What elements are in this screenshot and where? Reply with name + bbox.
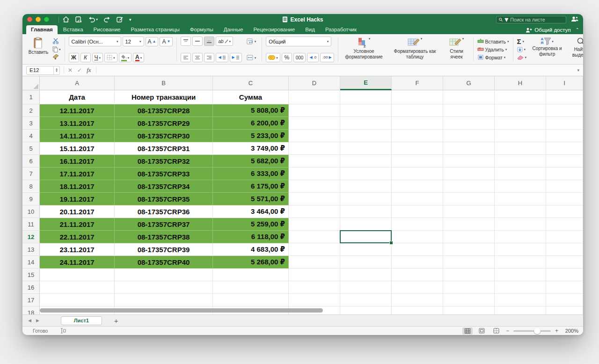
- record-macro-icon[interactable]: [60, 328, 66, 334]
- cell-E7[interactable]: [340, 167, 392, 180]
- cell-D12[interactable]: [289, 231, 340, 243]
- underline-button[interactable]: Ч▾: [92, 53, 103, 62]
- cell-A5[interactable]: 15.11.2017: [40, 142, 115, 155]
- cell-A4[interactable]: 14.11.2017: [40, 130, 115, 142]
- cell-I9[interactable]: [546, 193, 583, 205]
- horizontal-scrollbar[interactable]: [40, 308, 323, 313]
- cell-C7[interactable]: 6 333,00 ₽: [213, 167, 289, 180]
- cell-G9[interactable]: [443, 193, 495, 205]
- cell-I15[interactable]: [546, 269, 583, 281]
- cell-E16[interactable]: [340, 281, 392, 294]
- cell-D5[interactable]: [289, 142, 340, 155]
- cell-E18[interactable]: [340, 306, 392, 314]
- select-all-corner[interactable]: [22, 76, 40, 90]
- zoom-slider[interactable]: [513, 330, 551, 332]
- normal-view-button[interactable]: [462, 328, 473, 335]
- cell-F12[interactable]: [392, 231, 443, 243]
- cell-D10[interactable]: [289, 205, 340, 218]
- cut-button[interactable]: [52, 37, 61, 46]
- cell-F14[interactable]: [392, 256, 443, 269]
- cell-I2[interactable]: [546, 104, 583, 117]
- autosum-button[interactable]: Σ▾: [517, 37, 527, 45]
- cell-F15[interactable]: [392, 269, 443, 281]
- cell-E15[interactable]: [340, 269, 392, 281]
- page-layout-view-button[interactable]: [477, 328, 487, 335]
- cell-F7[interactable]: [392, 167, 443, 180]
- cell-B17[interactable]: [115, 294, 213, 306]
- cell-A13[interactable]: 23.11.2017: [40, 243, 115, 256]
- cell-G18[interactable]: [443, 306, 495, 314]
- cell-I4[interactable]: [546, 130, 583, 142]
- align-top-button[interactable]: [181, 36, 191, 46]
- cell-B14[interactable]: 08-17357CRP40: [115, 256, 213, 269]
- cell-G3[interactable]: [443, 117, 495, 130]
- thousands-format-button[interactable]: 000: [293, 53, 306, 62]
- row-header-13[interactable]: 13: [22, 243, 40, 256]
- cell-I14[interactable]: [546, 256, 583, 269]
- cell-H11[interactable]: [495, 218, 546, 231]
- cell-I17[interactable]: [546, 294, 583, 306]
- redo-button[interactable]: [104, 16, 110, 22]
- fill-color-button[interactable]: ▾: [119, 53, 132, 62]
- cell-H14[interactable]: [495, 256, 546, 269]
- cell-E1[interactable]: [340, 90, 392, 104]
- cell-G17[interactable]: [443, 294, 495, 306]
- font-color-button[interactable]: A▾: [133, 53, 144, 62]
- align-right-button[interactable]: [204, 53, 214, 62]
- column-header-G[interactable]: G: [443, 76, 495, 90]
- save-icon[interactable]: [75, 16, 82, 22]
- cell-G8[interactable]: [443, 180, 495, 193]
- cell-I7[interactable]: [546, 167, 583, 180]
- ribbon-tab-Вид[interactable]: Вид: [300, 25, 320, 34]
- align-middle-button[interactable]: [192, 36, 203, 46]
- row-header-6[interactable]: 6: [22, 155, 40, 167]
- formula-input[interactable]: [100, 65, 574, 76]
- cell-H6[interactable]: [495, 155, 546, 167]
- cell-A7[interactable]: 17.11.2017: [40, 167, 115, 180]
- cell-A12[interactable]: 22.11.2017: [40, 231, 115, 243]
- cell-H4[interactable]: [495, 130, 546, 142]
- column-header-E[interactable]: E: [340, 76, 392, 90]
- cell-G5[interactable]: [443, 142, 495, 155]
- cell-H18[interactable]: [495, 306, 546, 314]
- cell-B4[interactable]: 08-17357CRP30: [115, 130, 213, 142]
- prev-sheet-arrow-icon[interactable]: ◀: [28, 318, 31, 323]
- ribbon-tab-Вставка[interactable]: Вставка: [58, 25, 88, 34]
- cell-I8[interactable]: [546, 180, 583, 193]
- people-icon[interactable]: [571, 15, 578, 24]
- cell-H3[interactable]: [495, 117, 546, 130]
- row-header-10[interactable]: 10: [22, 205, 40, 218]
- cell-C10[interactable]: 3 464,00 ₽: [213, 205, 289, 218]
- cell-B8[interactable]: 08-17357CRP34: [115, 180, 213, 193]
- cell-G6[interactable]: [443, 155, 495, 167]
- delete-cells-button[interactable]: Удалить▾: [477, 45, 509, 53]
- cell-B9[interactable]: 08-17357CRP35: [115, 193, 213, 205]
- page-break-view-button[interactable]: [491, 328, 502, 335]
- cell-I16[interactable]: [546, 281, 583, 294]
- ribbon-tab-Данные[interactable]: Данные: [219, 25, 248, 34]
- zoom-slider-thumb[interactable]: [534, 328, 541, 334]
- cell-A8[interactable]: 18.11.2017: [40, 180, 115, 193]
- row-header-7[interactable]: 7: [22, 167, 40, 180]
- cell-E12[interactable]: [340, 231, 392, 243]
- cell-B11[interactable]: 08-17357CRP37: [115, 218, 213, 231]
- cell-I11[interactable]: [546, 218, 583, 231]
- cell-C5[interactable]: 3 749,00 ₽: [213, 142, 289, 155]
- column-header-D[interactable]: D: [289, 76, 340, 90]
- row-header-16[interactable]: 16: [22, 281, 40, 294]
- cell-E3[interactable]: [340, 117, 392, 130]
- cell-G15[interactable]: [443, 269, 495, 281]
- cell-F1[interactable]: [392, 90, 443, 104]
- cell-C6[interactable]: 5 682,00 ₽: [213, 155, 289, 167]
- cell-C11[interactable]: 5 259,00 ₽: [213, 218, 289, 231]
- row-header-2[interactable]: 2: [22, 104, 40, 117]
- borders-button[interactable]: ▾: [104, 53, 117, 62]
- cell-D11[interactable]: [289, 218, 340, 231]
- cell-C1[interactable]: Сумма: [213, 90, 289, 104]
- number-format-combo[interactable]: Общий▾: [266, 36, 331, 46]
- row-header-9[interactable]: 9: [22, 193, 40, 205]
- ribbon-tab-Разработчик[interactable]: Разработчик: [321, 25, 361, 34]
- row-header-11[interactable]: 11: [22, 218, 40, 231]
- cell-D13[interactable]: [289, 243, 340, 256]
- ribbon-tab-Главная[interactable]: Главная: [26, 25, 58, 34]
